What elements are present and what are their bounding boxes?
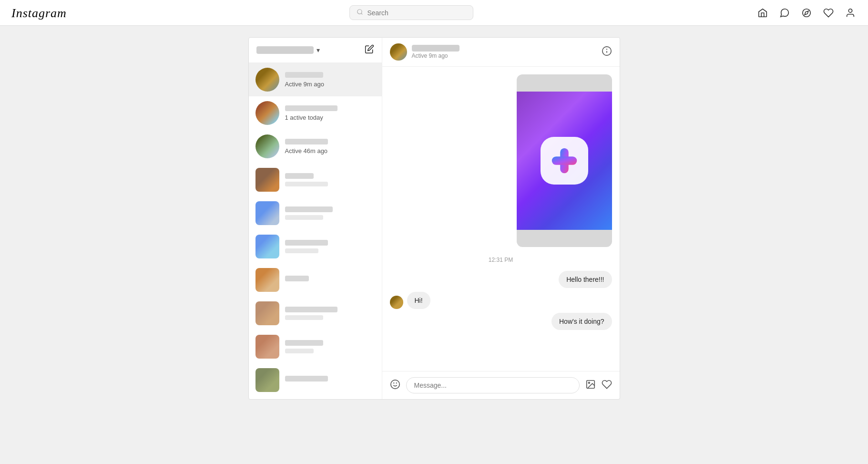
- avatar: [255, 201, 279, 225]
- conversation-item[interactable]: [249, 263, 382, 297]
- avatar: [255, 268, 279, 292]
- conversation-item[interactable]: [249, 330, 382, 363]
- chat-status: Active 9m ago: [412, 52, 460, 59]
- avatar: [255, 134, 279, 158]
- media-card-image: [517, 92, 612, 230]
- conversation-item[interactable]: [249, 397, 382, 399]
- avatar: [255, 68, 279, 92]
- conv-sub-blur: [285, 315, 323, 320]
- conv-name-blur: [285, 340, 323, 346]
- chat-header-info: Active 9m ago: [412, 45, 460, 59]
- message-row-left: Hi!: [390, 292, 612, 309]
- conv-info: [285, 307, 375, 320]
- svg-rect-9: [551, 156, 577, 165]
- conv-name-blur: [285, 206, 333, 212]
- top-nav: Instagram: [0, 0, 868, 26]
- info-icon[interactable]: [602, 46, 612, 58]
- chat-header-left: Active 9m ago: [390, 43, 460, 61]
- dm-chat: Active 9m ago: [382, 38, 620, 399]
- dm-header-username: ▾: [256, 46, 320, 54]
- emoji-icon[interactable]: [390, 379, 400, 392]
- chevron-down-icon[interactable]: ▾: [317, 46, 320, 54]
- svg-line-1: [361, 13, 363, 15]
- svg-point-4: [848, 9, 852, 12]
- search-input[interactable]: [367, 9, 466, 17]
- conv-status: Active 46m ago: [285, 147, 375, 155]
- message-bubble-right: Hello there!!!: [559, 271, 612, 288]
- conv-sub-blur: [285, 215, 323, 220]
- conversation-item[interactable]: [249, 297, 382, 330]
- conv-name-blur: [285, 72, 323, 78]
- sender-avatar: [390, 296, 403, 309]
- media-card-bottom: [517, 230, 612, 247]
- username-blur: [256, 46, 314, 54]
- instagram-logo: Instagram: [11, 5, 67, 21]
- conv-name-blur: [285, 139, 328, 144]
- conversation-item[interactable]: [249, 196, 382, 230]
- dm-panel: ▾ Active 9m ago: [248, 37, 620, 400]
- conversation-item[interactable]: [249, 163, 382, 196]
- profile-icon[interactable]: [844, 7, 857, 19]
- nav-icons: [756, 7, 857, 19]
- conv-name-blur: [285, 376, 328, 382]
- conv-status: 1 active today: [285, 114, 375, 121]
- conv-info: [285, 340, 375, 353]
- conv-info: [285, 206, 375, 220]
- heart-nav-icon[interactable]: [822, 7, 835, 19]
- plus-icon: [548, 144, 581, 177]
- conv-name-blur: [285, 173, 314, 179]
- conversation-item[interactable]: [249, 363, 382, 397]
- input-actions: [585, 379, 612, 392]
- avatar: [255, 301, 279, 325]
- conv-info: [285, 240, 375, 253]
- conv-sub-blur: [285, 349, 314, 353]
- message-input[interactable]: [406, 377, 580, 393]
- svg-point-14: [588, 382, 590, 383]
- svg-point-0: [357, 10, 362, 14]
- avatar: [255, 368, 279, 392]
- conv-info: [285, 276, 375, 284]
- main-container: ▾ Active 9m ago: [0, 26, 868, 464]
- conv-name-blur: [285, 105, 337, 111]
- compass-icon[interactable]: [800, 7, 813, 19]
- svg-point-10: [390, 380, 399, 388]
- compose-icon[interactable]: [365, 44, 374, 56]
- conv-name-blur: [285, 240, 328, 246]
- conversation-item[interactable]: [249, 230, 382, 263]
- messenger-icon[interactable]: [778, 7, 791, 19]
- avatar: [255, 335, 279, 359]
- home-icon[interactable]: [756, 7, 769, 19]
- conversation-item[interactable]: Active 46m ago: [249, 130, 382, 163]
- dm-sidebar: ▾ Active 9m ago: [249, 38, 382, 399]
- plus-icon-container: [541, 137, 588, 185]
- heart-like-icon[interactable]: [602, 379, 612, 392]
- message-timestamp: 12:31 PM: [390, 257, 612, 263]
- conv-status: Active 9m ago: [285, 81, 375, 88]
- dm-sidebar-header: ▾: [249, 38, 382, 63]
- chat-input-area: [382, 371, 620, 399]
- conv-info: 1 active today: [285, 105, 375, 121]
- media-message: [517, 74, 612, 247]
- image-icon[interactable]: [585, 379, 596, 392]
- conversation-item[interactable]: 1 active today: [249, 96, 382, 130]
- message-bubble-left: Hi!: [407, 292, 430, 309]
- conv-name-blur: [285, 307, 337, 312]
- conv-sub-blur: [285, 248, 318, 253]
- dm-conversations: Active 9m ago 1 active today: [249, 63, 382, 399]
- conv-sub-blur: [285, 182, 328, 186]
- conv-info: Active 46m ago: [285, 139, 375, 155]
- search-bar[interactable]: [349, 5, 473, 20]
- svg-point-2: [803, 9, 811, 17]
- conversation-item[interactable]: Active 9m ago: [249, 63, 382, 96]
- svg-marker-3: [805, 11, 808, 15]
- avatar: [255, 101, 279, 125]
- avatar: [255, 235, 279, 258]
- conv-info: [285, 376, 375, 384]
- avatar: [255, 168, 279, 192]
- chat-avatar: [390, 43, 407, 61]
- message-bubble-right: How's it doing?: [551, 313, 612, 330]
- chat-name-blur: [412, 45, 460, 52]
- search-icon: [357, 9, 363, 17]
- media-card-top: [517, 74, 612, 92]
- conv-name-blur: [285, 276, 309, 281]
